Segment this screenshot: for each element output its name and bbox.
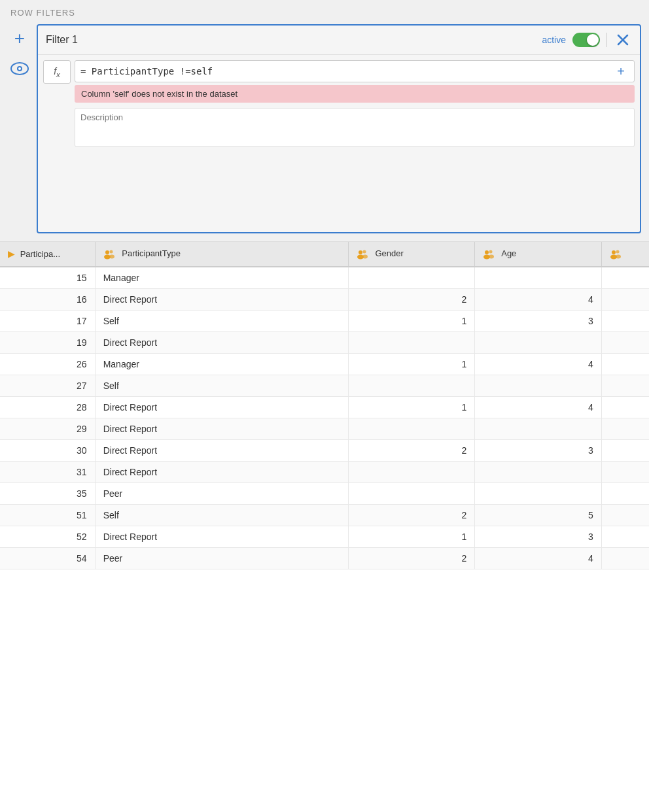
cell-participanttype: Manager [95,267,348,289]
description-input[interactable] [75,108,635,147]
cell-participaid: 27 [0,375,95,396]
toggle-knob [587,34,599,46]
cell-extra [601,547,649,569]
col-participaid-label: Participa... [20,249,60,259]
cell-extra [601,288,649,310]
cell-age [475,375,602,396]
table-row: 16Direct Report24 [0,288,649,310]
cell-participaid: 29 [0,418,95,439]
cell-gender [348,267,475,289]
formula-area: = ParticipantType !=self + Column 'self'… [75,60,635,147]
plus-icon: + [14,29,25,48]
cell-age: 4 [475,547,602,569]
filter-title: Filter 1 [46,34,78,46]
cell-participanttype: Direct Report [95,526,348,547]
cell-gender: 2 [348,547,475,569]
cell-participanttype: Direct Report [95,439,348,461]
table-row: 51Self25 [0,504,649,526]
cell-age: 3 [475,526,602,547]
table-row: 15Manager [0,267,649,289]
cell-gender [348,375,475,396]
people-icon-1 [103,248,117,260]
cell-participaid: 17 [0,310,95,331]
cell-extra [601,504,649,526]
cell-age [475,331,602,353]
cell-extra [601,267,649,289]
cell-age [475,482,602,504]
cell-participanttype: Manager [95,353,348,375]
cell-participaid: 54 [0,547,95,569]
cell-extra [601,418,649,439]
cell-participanttype: Direct Report [95,461,348,482]
svg-point-5 [105,250,109,254]
cell-participaid: 16 [0,288,95,310]
filter-card: Filter 1 active [37,24,641,233]
cell-age: 3 [475,439,602,461]
add-filter-button[interactable]: + [8,27,31,50]
eye-icon [10,61,29,76]
col-gender-label: Gender [375,248,403,258]
svg-point-8 [109,254,114,258]
cell-age: 4 [475,353,602,375]
cell-participanttype: Direct Report [95,396,348,418]
cell-extra [601,396,649,418]
cell-extra [601,375,649,396]
col-participanttype-label: ParticipantType [122,248,181,258]
cell-participaid: 35 [0,482,95,504]
table-body: 15Manager16Direct Report2417Self1319Dire… [0,267,649,569]
cell-age: 5 [475,504,602,526]
cell-age: 4 [475,288,602,310]
col-header-participanttype: ParticipantType [95,242,348,267]
filter-card-header: Filter 1 active [38,25,640,55]
cell-age [475,461,602,482]
cell-gender: 1 [348,353,475,375]
filter-body: fx = ParticipantType !=self + Column 'se… [38,55,640,152]
active-toggle[interactable] [572,33,600,47]
function-button[interactable]: fx [43,60,71,84]
cell-participanttype: Self [95,310,348,331]
table-row: 27Self [0,375,649,396]
svg-point-18 [616,250,619,253]
svg-point-2 [18,67,21,70]
filter-header-right: active [542,31,632,49]
svg-point-16 [489,254,494,258]
svg-point-12 [362,254,368,258]
table-row: 28Direct Report14 [0,396,649,418]
cell-extra [601,310,649,331]
formula-input-row: = ParticipantType !=self + [75,60,635,82]
cell-extra [601,482,649,504]
table-section: ▶ Participa... ParticipantType [0,241,649,812]
people-icon-2 [357,248,370,260]
cell-age [475,267,602,289]
cell-participaid: 28 [0,396,95,418]
table-row: 35Peer [0,482,649,504]
toggle-visibility-button[interactable] [8,57,31,80]
cell-age: 3 [475,310,602,331]
cell-gender: 2 [348,288,475,310]
formula-add-button[interactable]: + [613,63,629,79]
table-row: 26Manager14 [0,353,649,375]
cell-participanttype: Direct Report [95,331,348,353]
svg-point-14 [489,250,493,253]
table-row: 52Direct Report13 [0,526,649,547]
cell-participanttype: Direct Report [95,418,348,439]
close-filter-button[interactable] [614,31,632,49]
cell-gender: 1 [348,396,475,418]
cell-extra [601,461,649,482]
data-table: ▶ Participa... ParticipantType [0,242,649,569]
cell-extra [601,331,649,353]
page-wrapper: ROW FILTERS + Filter [0,0,649,812]
cell-participaid: 19 [0,331,95,353]
cell-gender: 1 [348,526,475,547]
people-icon-3 [483,248,497,260]
cell-age: 4 [475,396,602,418]
formula-text[interactable]: = ParticipantType !=self [80,66,213,76]
table-header-row: ▶ Participa... ParticipantType [0,242,649,267]
cell-participaid: 15 [0,267,95,289]
orange-arrow-icon: ▶ [8,248,15,259]
active-label: active [542,35,566,45]
cell-gender: 2 [348,504,475,526]
col-header-age: Age [475,242,602,267]
people-icon-4 [610,248,622,260]
cell-gender [348,461,475,482]
